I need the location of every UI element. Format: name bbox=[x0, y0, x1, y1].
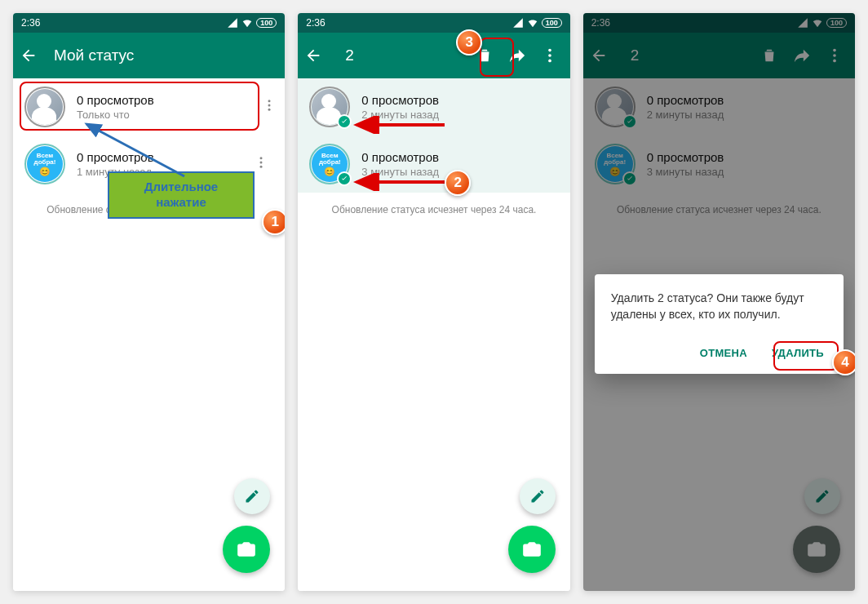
row-title: 0 просмотров bbox=[361, 93, 558, 107]
battery-icon: 100 bbox=[256, 18, 277, 28]
back-icon[interactable] bbox=[20, 47, 38, 64]
row-menu-button[interactable] bbox=[257, 98, 281, 116]
selection-count: 2 bbox=[339, 47, 458, 64]
wifi-icon bbox=[527, 17, 538, 29]
compose-text-fab[interactable] bbox=[520, 478, 556, 514]
pencil-icon bbox=[244, 488, 260, 504]
camera-icon bbox=[236, 539, 257, 560]
statusbar-time: 2:36 bbox=[21, 17, 40, 29]
svg-point-1 bbox=[268, 104, 271, 107]
svg-point-8 bbox=[548, 54, 551, 57]
signal-icon bbox=[512, 17, 524, 29]
phone-screen-3: 2:36 100 2 0 просмотров 2 минуты назад bbox=[583, 13, 855, 591]
phone-screen-2: 2:36 100 2 0 просмотров 2 минуты назад bbox=[298, 13, 569, 591]
content: 0 просмотров Только что Всем добра! 😊 0 … bbox=[13, 78, 285, 591]
camera-fab[interactable] bbox=[508, 526, 556, 573]
row-title: 0 просмотров bbox=[361, 150, 558, 164]
svg-point-7 bbox=[548, 49, 551, 52]
forward-icon[interactable] bbox=[508, 47, 526, 64]
camera-fab[interactable] bbox=[223, 526, 270, 573]
annotation-callout: Длительное нажатие bbox=[108, 171, 255, 219]
row-sub: Только что bbox=[77, 109, 246, 121]
delete-button[interactable]: УДАЛИТЬ bbox=[768, 340, 827, 366]
pencil-icon bbox=[529, 488, 546, 504]
row-title: 0 просмотров bbox=[77, 93, 246, 107]
avatar bbox=[27, 89, 63, 125]
back-icon[interactable] bbox=[304, 47, 322, 64]
phone-screen-1: 2:36 100 Мой статус 0 просмотров Только … bbox=[13, 13, 285, 591]
more-vert-icon[interactable] bbox=[541, 47, 559, 64]
more-vert-icon bbox=[254, 155, 268, 170]
appbar: Мой статус bbox=[13, 33, 285, 78]
selection-check-icon bbox=[337, 171, 352, 186]
more-vert-icon bbox=[262, 98, 277, 113]
status-row-selected[interactable]: 0 просмотров 2 минуты назад bbox=[298, 78, 569, 135]
signal-icon bbox=[227, 17, 238, 29]
row-title: 0 просмотров bbox=[77, 150, 237, 164]
statusbar-time: 2:36 bbox=[306, 17, 325, 29]
confirm-dialog: Удалить 2 статуса? Они также будут удале… bbox=[595, 274, 844, 374]
svg-point-0 bbox=[268, 100, 271, 102]
svg-point-5 bbox=[260, 166, 263, 168]
svg-point-9 bbox=[548, 60, 551, 63]
step-badge-4: 4 bbox=[832, 349, 855, 375]
compose-text-fab[interactable] bbox=[234, 478, 270, 514]
status-row[interactable]: 0 просмотров Только что bbox=[13, 78, 285, 135]
row-sub: 2 минуты назад bbox=[361, 109, 558, 121]
battery-icon: 100 bbox=[542, 18, 562, 28]
wifi-icon bbox=[241, 17, 253, 29]
content: 0 просмотров 2 минуты назад Всем добра! … bbox=[298, 78, 569, 591]
statusbar: 2:36 100 bbox=[298, 13, 569, 33]
cancel-button[interactable]: ОТМЕНА bbox=[697, 340, 751, 366]
svg-point-4 bbox=[260, 162, 263, 164]
appbar-selection: 2 bbox=[298, 33, 569, 78]
step-badge-1: 1 bbox=[262, 209, 285, 235]
status-row-selected[interactable]: Всем добра! 😊 0 просмотров 3 минуты наза… bbox=[298, 135, 569, 193]
dialog-message: Удалить 2 статуса? Они также будут удале… bbox=[611, 291, 827, 322]
selection-check-icon bbox=[337, 114, 352, 129]
row-menu-button[interactable] bbox=[249, 155, 273, 173]
camera-icon bbox=[521, 539, 542, 560]
avatar: Всем добра! 😊 bbox=[27, 146, 63, 182]
svg-point-2 bbox=[268, 109, 271, 111]
statusbar: 2:36 100 bbox=[13, 13, 285, 33]
page-title: Мой статус bbox=[54, 47, 278, 64]
footer-note: Обновление статуса исчезнет через 24 час… bbox=[298, 193, 569, 215]
svg-point-3 bbox=[260, 157, 263, 159]
